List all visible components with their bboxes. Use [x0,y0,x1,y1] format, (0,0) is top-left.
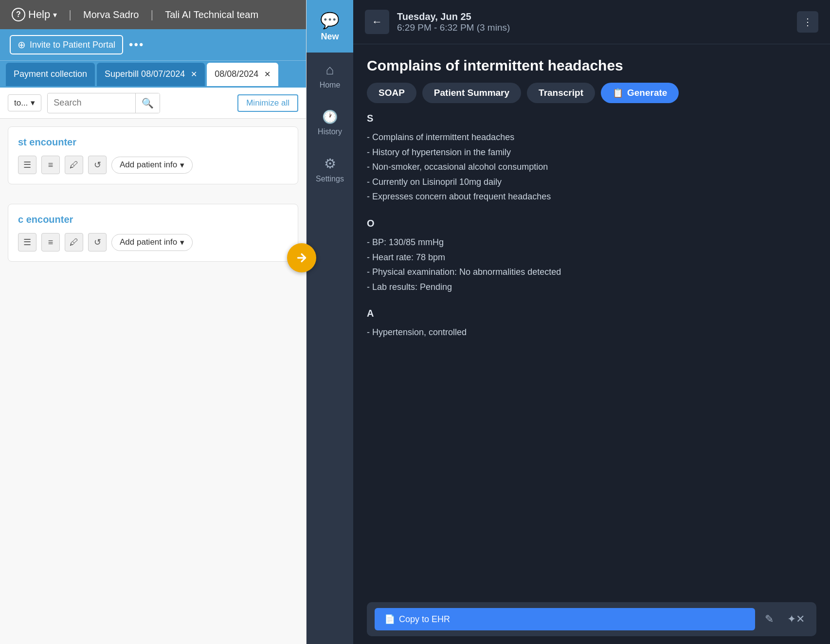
tab-payment[interactable]: Payment collection [6,63,95,86]
divider: | [69,8,72,21]
arrow-right-icon [295,251,308,264]
more-menu-button[interactable]: ⋮ [797,11,818,33]
copy-to-ehr-button[interactable]: 📄 Copy to EHR [375,608,755,630]
tab-patient-summary[interactable]: Patient Summary [422,83,521,103]
rp-action-bar: 📄 Copy to EHR ✎ ✦✕ [367,602,816,636]
soap-letter-o: O [367,218,816,229]
highlight-icon-btn[interactable]: 🖊 [65,156,83,174]
rp-tabs: SOAP Patient Summary Transcript 📋 Genera… [353,83,830,113]
history-icon: 🕐 [322,109,338,125]
generate-label: Generate [627,88,667,98]
magic-icon: ✦✕ [787,613,805,625]
invite-portal-button[interactable]: ⊕ Invite to Patient Portal [10,35,123,54]
chevron-down-icon: ▾ [53,10,57,19]
help-button[interactable]: ? Help ▾ [12,8,57,21]
soap-letter-a: A [367,308,816,319]
tabs-bar: Payment collection Superbill 08/07/2024 … [0,60,306,88]
undo-icon-btn[interactable]: ↺ [88,156,107,174]
session-title: Complains of intermittent headaches [353,44,830,83]
align-left-icon-btn-2[interactable]: ☰ [18,233,36,251]
dropdown-chevron-icon: ▾ [31,98,35,108]
sidebar-item-settings[interactable]: ⚙ Settings [307,146,353,193]
expand-button[interactable] [287,243,316,272]
encounter-spacer-1 [0,192,306,196]
soap-section-o: O - BP: 130/85 mmHg - Heart rate: 78 bpm… [367,218,816,294]
filter-dropdown[interactable]: to... ▾ [8,94,41,111]
sidebar-new-button[interactable]: 💬 New [307,0,353,53]
encounter-block-2: c encounter ☰ ≡ 🖊 ↺ Add patient info ▾ [8,204,298,262]
chevron-down-icon-2: ▾ [180,237,184,248]
soap-line-s-3: - Non-smoker, occasional alcohol consump… [367,160,816,175]
chevron-down-icon-1: ▾ [180,160,184,170]
edit-icon: ✎ [765,613,774,625]
new-label: New [321,32,339,42]
encounter-1-title-text: st encounter [18,137,76,147]
back-button[interactable]: ← [365,10,389,34]
tab-generate[interactable]: 📋 Generate [601,83,679,103]
generate-icon: 📋 [613,88,623,98]
tab-superbill[interactable]: Superbill 08/07/2024 ✕ [97,63,205,86]
encounter-2-title[interactable]: c encounter [18,214,288,225]
portal-bar: ⊕ Invite to Patient Portal ••• [0,29,306,60]
more-options-button[interactable]: ••• [129,38,144,52]
soap-section-a: A - Hypertension, controlled [367,308,816,340]
sidebar: 💬 New ⌂ Home 🕐 History ⚙ Settings [307,0,353,644]
right-panel: ← Tuesday, Jun 25 6:29 PM - 6:32 PM (3 m… [353,0,830,644]
team-name: Tali AI Technical team [165,9,258,20]
rp-header: ← Tuesday, Jun 25 6:29 PM - 6:32 PM (3 m… [353,0,830,44]
more-icon: ⋮ [803,16,812,28]
highlight-icon-btn-2[interactable]: 🖊 [65,233,83,251]
soap-line-s-5: - Expresses concern about frequent heada… [367,189,816,204]
soap-line-o-4: - Lab results: Pending [367,280,816,295]
soap-line-s-4: - Currently on Lisinopril 10mg daily [367,175,816,190]
align-right-icon-btn-2[interactable]: ≡ [41,233,60,251]
minimize-all-button[interactable]: Minimize all [237,94,298,112]
align-left-icon-btn[interactable]: ☰ [18,156,36,174]
tab-date-close[interactable]: ✕ [264,70,271,79]
home-label: Home [320,81,341,89]
divider2: | [150,8,153,21]
align-right-icon-btn[interactable]: ≡ [41,156,60,174]
add-patient-label-2: Add patient info [120,237,177,247]
plus-circle-icon: ⊕ [18,39,26,51]
add-patient-info-btn-2[interactable]: Add patient info ▾ [111,234,193,251]
soap-line-o-2: - Heart rate: 78 bpm [367,250,816,265]
toolbar: to... ▾ 🔍 Minimize all [0,88,306,119]
soap-content: S - Complains of intermittent headaches … [353,113,830,594]
search-input[interactable] [48,94,135,112]
sidebar-item-home[interactable]: ⌂ Home [307,53,353,99]
search-button[interactable]: 🔍 [135,93,160,113]
tab-payment-label: Payment collection [14,69,87,79]
content-area: st encounter ☰ ≡ 🖊 ↺ Add patient info ▾ [0,119,306,644]
sidebar-item-history[interactable]: 🕐 History [307,99,353,146]
left-panel: ? Help ▾ | Morva Sadro | Tali AI Technic… [0,0,307,644]
help-icon: ? [12,8,25,21]
top-bar: ? Help ▾ | Morva Sadro | Tali AI Technic… [0,0,306,29]
soap-line-o-1: - BP: 130/85 mmHg [367,235,816,250]
invite-portal-label: Invite to Patient Portal [30,40,115,50]
tab-superbill-label: Superbill 08/07/2024 [105,69,185,79]
add-patient-info-btn-1[interactable]: Add patient info ▾ [111,157,193,174]
add-patient-label-1: Add patient info [120,160,177,170]
soap-line-s-2: - History of hypertension in the family [367,145,816,160]
tab-soap[interactable]: SOAP [367,83,416,103]
settings-label: Settings [316,175,344,183]
soap-line-a-1: - Hypertension, controlled [367,325,816,340]
settings-icon: ⚙ [324,156,336,172]
encounter-1-title[interactable]: st encounter [18,137,288,148]
undo-icon-btn-2[interactable]: ↺ [88,233,107,251]
tab-date-label: 08/08/2024 [215,69,258,79]
search-wrap: 🔍 [47,93,160,113]
encounter-2-actions: ☰ ≡ 🖊 ↺ Add patient info ▾ [18,233,288,251]
magic-wand-button[interactable]: ✦✕ [783,609,809,629]
copy-label: Copy to EHR [399,614,450,625]
edit-button[interactable]: ✎ [761,609,777,629]
encounter-block-1: st encounter ☰ ≡ 🖊 ↺ Add patient info ▾ [8,126,298,184]
soap-line-o-3: - Physical examination: No abnormalities… [367,265,816,280]
filter-label: to... [14,98,28,108]
tab-superbill-close[interactable]: ✕ [191,70,197,79]
session-time: 6:29 PM - 6:32 PM (3 mins) [397,22,789,33]
tab-date[interactable]: 08/08/2024 ✕ [207,63,278,86]
tab-transcript[interactable]: Transcript [527,83,595,103]
back-icon: ← [372,16,382,28]
